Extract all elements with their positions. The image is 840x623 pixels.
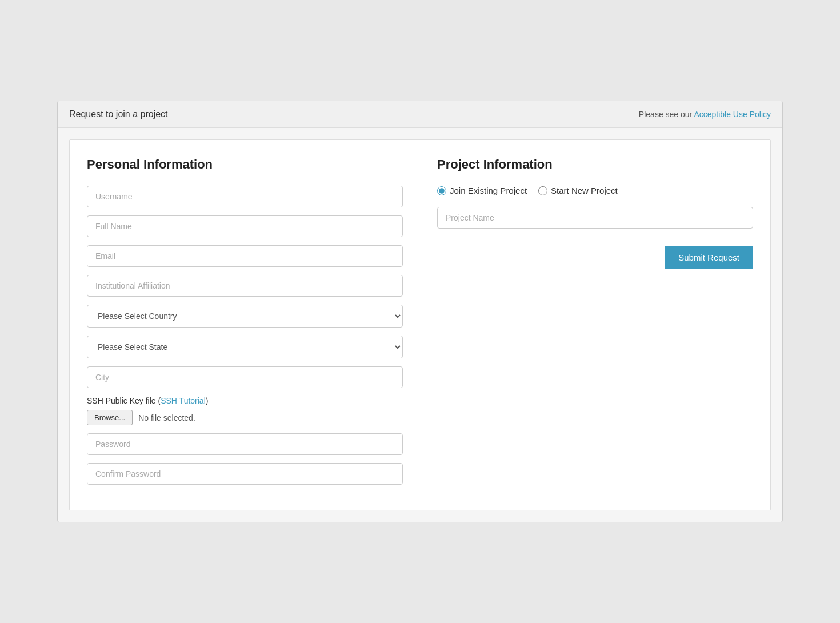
country-select[interactable]: Please Select Country <box>87 305 403 328</box>
file-upload-row: Browse... No file selected. <box>87 410 403 425</box>
state-select[interactable]: Please Select State <box>87 336 403 358</box>
country-group: Please Select Country <box>87 305 403 328</box>
start-new-radio[interactable] <box>538 186 547 195</box>
project-section-title: Project Information <box>437 157 753 172</box>
username-group <box>87 186 403 207</box>
project-name-input[interactable] <box>437 207 753 229</box>
page-wrapper: Request to join a project Please see our… <box>57 101 783 522</box>
city-group <box>87 366 403 388</box>
file-name-text: No file selected. <box>138 413 195 422</box>
fullname-group <box>87 215 403 237</box>
username-input[interactable] <box>87 186 403 207</box>
submit-row: Submit Request <box>437 246 753 269</box>
page-title: Request to join a project <box>69 109 168 119</box>
personal-section-title: Personal Information <box>87 157 403 172</box>
main-content: Personal Information Please Select Count… <box>69 139 771 510</box>
email-group <box>87 245 403 267</box>
start-new-option[interactable]: Start New Project <box>538 186 618 195</box>
password-input[interactable] <box>87 433 403 455</box>
join-existing-option[interactable]: Join Existing Project <box>437 186 527 195</box>
confirm-password-group <box>87 463 403 485</box>
institutional-affiliation-input[interactable] <box>87 275 403 297</box>
start-new-label: Start New Project <box>551 186 618 195</box>
email-input[interactable] <box>87 245 403 267</box>
institutional-group <box>87 275 403 297</box>
two-column-layout: Personal Information Please Select Count… <box>87 157 753 493</box>
fullname-input[interactable] <box>87 215 403 237</box>
personal-info-section: Personal Information Please Select Count… <box>87 157 403 493</box>
browse-button[interactable]: Browse... <box>87 410 133 425</box>
password-group <box>87 433 403 455</box>
ssh-file-group: SSH Public Key file (SSH Tutorial) Brows… <box>87 396 403 425</box>
city-input[interactable] <box>87 366 403 388</box>
ssh-label: SSH Public Key file (SSH Tutorial) <box>87 396 403 405</box>
ssh-label-text: SSH Public Key file ( <box>87 396 161 405</box>
submit-button[interactable]: Submit Request <box>665 246 753 269</box>
policy-prefix: Please see our <box>639 110 694 119</box>
header-bar: Request to join a project Please see our… <box>58 101 782 128</box>
state-group: Please Select State <box>87 336 403 358</box>
ssh-label-end: ) <box>206 396 209 405</box>
project-name-group <box>437 207 753 229</box>
policy-link[interactable]: Acceptible Use Policy <box>694 110 771 119</box>
project-type-radio-group: Join Existing Project Start New Project <box>437 186 753 195</box>
join-existing-radio[interactable] <box>437 186 446 195</box>
ssh-tutorial-link[interactable]: SSH Tutorial <box>161 396 206 405</box>
join-existing-label: Join Existing Project <box>450 186 527 195</box>
confirm-password-input[interactable] <box>87 463 403 485</box>
policy-text: Please see our Acceptible Use Policy <box>639 110 771 119</box>
project-info-section: Project Information Join Existing Projec… <box>437 157 753 493</box>
